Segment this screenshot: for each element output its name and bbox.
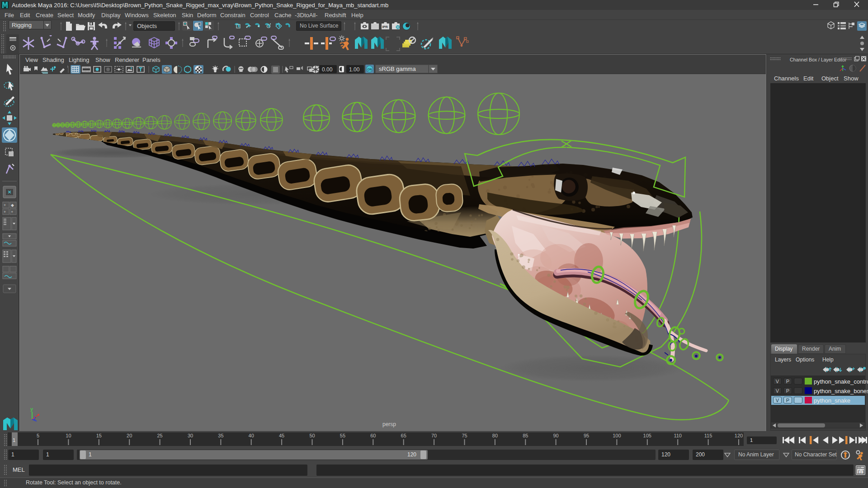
svg-text:{;}: {;} bbox=[858, 470, 864, 474]
svg-text:115: 115 bbox=[704, 433, 712, 438]
svg-text:+: + bbox=[4, 210, 6, 214]
svg-text:ON: ON bbox=[368, 68, 372, 71]
svg-text:35: 35 bbox=[218, 433, 223, 438]
svg-text:25: 25 bbox=[157, 433, 162, 438]
svg-text:100: 100 bbox=[613, 433, 621, 438]
svg-text:IPR: IPR bbox=[382, 25, 388, 29]
svg-text:110: 110 bbox=[674, 433, 682, 438]
svg-text:10: 10 bbox=[66, 433, 71, 438]
svg-text:80: 80 bbox=[492, 433, 498, 438]
svg-text:70: 70 bbox=[431, 433, 437, 438]
svg-text:z: z bbox=[33, 416, 36, 421]
svg-text:75: 75 bbox=[462, 433, 467, 438]
svg-text:95: 95 bbox=[584, 433, 589, 438]
svg-text:45: 45 bbox=[279, 433, 284, 438]
svg-text:y: y bbox=[30, 406, 33, 412]
svg-text:persp: persp bbox=[382, 421, 396, 427]
svg-text:85: 85 bbox=[523, 433, 528, 438]
svg-text:65: 65 bbox=[401, 433, 406, 438]
svg-text:120: 120 bbox=[735, 433, 743, 438]
svg-text:50: 50 bbox=[309, 433, 315, 438]
svg-text:105: 105 bbox=[643, 433, 651, 438]
svg-text:90: 90 bbox=[553, 433, 558, 438]
svg-text:+: + bbox=[11, 210, 13, 214]
svg-text:15: 15 bbox=[96, 433, 102, 438]
svg-text:55: 55 bbox=[340, 433, 345, 438]
svg-text:40: 40 bbox=[249, 433, 254, 438]
svg-text:60: 60 bbox=[370, 433, 376, 438]
svg-text:30: 30 bbox=[188, 433, 193, 438]
svg-text:◆: ◆ bbox=[11, 203, 14, 207]
svg-text:20: 20 bbox=[127, 433, 132, 438]
svg-text:5: 5 bbox=[37, 433, 39, 438]
svg-text:+: + bbox=[4, 203, 6, 207]
